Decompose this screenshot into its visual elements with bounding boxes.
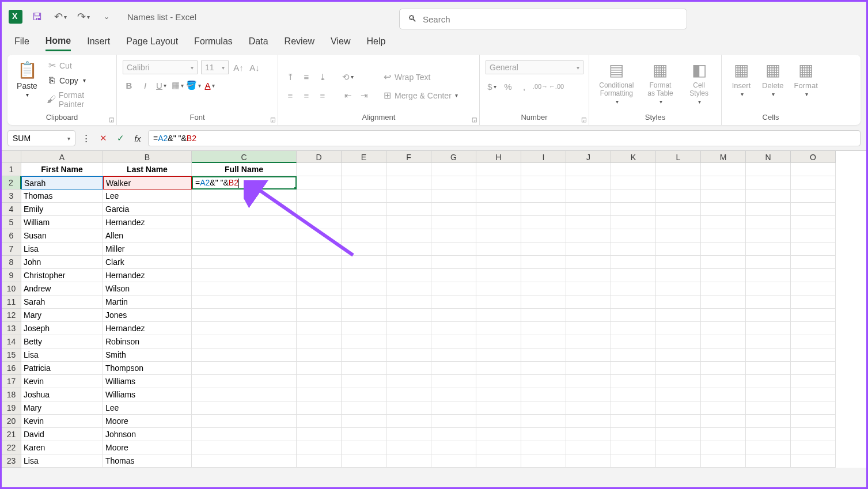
- col-header-b[interactable]: B: [103, 151, 192, 163]
- cell[interactable]: [611, 189, 656, 203]
- cell[interactable]: [566, 282, 611, 295]
- col-header-e[interactable]: E: [342, 151, 386, 163]
- cell[interactable]: [386, 282, 431, 295]
- cell[interactable]: [701, 282, 746, 295]
- cell[interactable]: [431, 256, 476, 269]
- cell[interactable]: [656, 388, 701, 401]
- cell[interactable]: Kevin: [21, 415, 103, 428]
- cell[interactable]: [386, 362, 431, 375]
- cell[interactable]: [342, 335, 386, 348]
- cell[interactable]: Moore: [103, 415, 192, 428]
- cell[interactable]: [656, 216, 701, 229]
- fx-icon[interactable]: fx: [131, 131, 145, 145]
- cell[interactable]: [791, 269, 836, 282]
- delete-button[interactable]: ▦Delete: [759, 58, 787, 111]
- cell[interactable]: [192, 348, 297, 362]
- cell[interactable]: [342, 388, 386, 401]
- cell[interactable]: Mary: [21, 309, 103, 322]
- cell[interactable]: [701, 375, 746, 388]
- cell[interactable]: [476, 428, 521, 441]
- cell[interactable]: [476, 335, 521, 348]
- cell[interactable]: [656, 189, 701, 203]
- cell[interactable]: [566, 441, 611, 454]
- cell[interactable]: [342, 348, 386, 362]
- cell[interactable]: [431, 388, 476, 401]
- cell[interactable]: [386, 176, 431, 189]
- comma-icon[interactable]: ,: [518, 80, 530, 93]
- cell[interactable]: Betty: [21, 335, 103, 348]
- cell[interactable]: Williams: [103, 388, 192, 401]
- cell[interactable]: [476, 309, 521, 322]
- cell[interactable]: [297, 242, 342, 256]
- decrease-indent-icon[interactable]: ⇤: [342, 89, 354, 102]
- col-header-f[interactable]: F: [386, 151, 431, 163]
- cell[interactable]: [342, 375, 386, 388]
- cell[interactable]: [611, 295, 656, 309]
- cell[interactable]: [297, 322, 342, 335]
- formula-more-icon[interactable]: ⋮: [79, 131, 93, 145]
- cell[interactable]: [521, 441, 566, 454]
- underline-icon[interactable]: U: [155, 79, 168, 92]
- cell[interactable]: [701, 454, 746, 468]
- cell[interactable]: [746, 428, 791, 441]
- cell[interactable]: [701, 388, 746, 401]
- font-name-select[interactable]: Calibri▾: [123, 60, 198, 74]
- cell[interactable]: [656, 269, 701, 282]
- number-format-select[interactable]: General▾: [486, 60, 583, 74]
- cell[interactable]: [746, 176, 791, 189]
- cell[interactable]: [386, 295, 431, 309]
- cell[interactable]: [386, 229, 431, 242]
- conditional-formatting-button[interactable]: ▤Conditional Formatting: [595, 58, 638, 111]
- cell[interactable]: [342, 428, 386, 441]
- cell[interactable]: Joseph: [21, 322, 103, 335]
- cell[interactable]: [566, 375, 611, 388]
- cell[interactable]: [746, 203, 791, 216]
- cell[interactable]: [791, 229, 836, 242]
- increase-indent-icon[interactable]: ⇥: [358, 89, 370, 102]
- cell[interactable]: [342, 269, 386, 282]
- cell[interactable]: Thomas: [21, 189, 103, 203]
- cell[interactable]: Garcia: [103, 203, 192, 216]
- currency-icon[interactable]: $: [486, 80, 498, 93]
- select-all-corner[interactable]: [2, 151, 21, 163]
- cell[interactable]: [192, 229, 297, 242]
- cell[interactable]: [192, 189, 297, 203]
- cell[interactable]: [611, 362, 656, 375]
- cell[interactable]: [521, 388, 566, 401]
- cell[interactable]: [611, 441, 656, 454]
- cell[interactable]: [386, 269, 431, 282]
- cell[interactable]: [791, 282, 836, 295]
- col-header-k[interactable]: K: [611, 151, 656, 163]
- cell[interactable]: [476, 388, 521, 401]
- cell[interactable]: [431, 269, 476, 282]
- cell[interactable]: [431, 401, 476, 415]
- cell[interactable]: [746, 163, 791, 176]
- align-center-icon[interactable]: ≡: [300, 89, 313, 102]
- cell[interactable]: [746, 415, 791, 428]
- col-header-i[interactable]: I: [521, 151, 566, 163]
- tab-page-layout[interactable]: Page Layout: [126, 36, 178, 50]
- cell[interactable]: [192, 203, 297, 216]
- cell[interactable]: [701, 256, 746, 269]
- cell[interactable]: [192, 375, 297, 388]
- copy-button[interactable]: ⎘Copy▾: [44, 74, 111, 87]
- cell[interactable]: Lee: [103, 401, 192, 415]
- fill-handle[interactable]: [294, 187, 297, 189]
- cell[interactable]: [746, 242, 791, 256]
- cell[interactable]: [342, 322, 386, 335]
- formula-enter-icon[interactable]: ✓: [113, 131, 127, 145]
- cell[interactable]: Moore: [103, 441, 192, 454]
- cell[interactable]: [386, 375, 431, 388]
- cell[interactable]: [521, 295, 566, 309]
- cell[interactable]: [791, 335, 836, 348]
- cell[interactable]: [297, 282, 342, 295]
- cell[interactable]: [701, 295, 746, 309]
- cell[interactable]: [611, 401, 656, 415]
- cell[interactable]: [791, 441, 836, 454]
- row-header[interactable]: 17: [2, 375, 21, 388]
- cell[interactable]: [192, 441, 297, 454]
- row-header[interactable]: 5: [2, 216, 21, 229]
- tab-formulas[interactable]: Formulas: [194, 36, 233, 50]
- tab-help[interactable]: Help: [366, 36, 385, 50]
- cell[interactable]: [566, 242, 611, 256]
